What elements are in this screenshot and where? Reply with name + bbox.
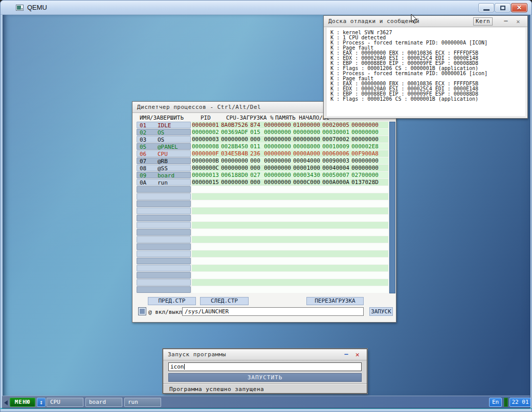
process-value: 00003430: [293, 172, 320, 178]
debug-close-button[interactable]: ✕: [514, 16, 522, 27]
process-row: 05@PANEL000000080028B4500110000000000008…: [132, 143, 397, 150]
process-row: [132, 236, 397, 243]
process-name-cell[interactable]: 08@SS: [137, 165, 191, 171]
empty-name-cell[interactable]: [137, 186, 191, 193]
process-row: [132, 215, 397, 222]
empty-name-cell[interactable]: [137, 279, 191, 286]
process-value: 236: [250, 150, 262, 157]
empty-data-cell: [192, 193, 388, 200]
process-name-cell[interactable]: 06CPU: [137, 150, 191, 157]
empty-name-cell[interactable]: [137, 265, 191, 271]
run-dialog-title: Запуск программы: [168, 351, 226, 358]
toggle-checkbox[interactable]: [139, 308, 146, 315]
process-value: 00000000: [293, 129, 320, 135]
next-page-button[interactable]: СЛЕД.СТР: [200, 297, 249, 305]
launch-button[interactable]: ЗАПУСК: [369, 307, 393, 316]
process-value: 00060006: [322, 150, 349, 157]
empty-name-cell[interactable]: [137, 215, 191, 221]
mouse-cursor: [411, 14, 418, 25]
empty-name-cell[interactable]: [137, 229, 191, 236]
process-row: [132, 258, 397, 265]
empty-name-cell[interactable]: [137, 286, 191, 293]
maximize-icon: [500, 6, 505, 10]
process-row: [132, 279, 397, 286]
process-row: 01IDLE000000018A0B7526874000000000100000…: [132, 122, 397, 129]
clock[interactable]: 22 01: [509, 398, 531, 407]
launch-program-button[interactable]: ЗАПУСТИТЬ: [168, 373, 362, 382]
debug-board-titlebar[interactable]: Доска отладки и сообщений Kern — ✕: [324, 16, 527, 27]
qemu-minimize-button[interactable]: [478, 3, 494, 12]
process-row: [132, 265, 397, 272]
process-value: 0000C000: [293, 179, 320, 186]
language-indicator[interactable]: En: [489, 398, 502, 407]
process-number: 08: [140, 166, 146, 171]
process-name-cell[interactable]: 0Arun: [137, 179, 191, 186]
empty-data-cell: [192, 250, 388, 257]
process-value: 00050007: [322, 172, 349, 178]
process-name-cell[interactable]: 09board: [137, 172, 191, 178]
empty-name-cell[interactable]: [137, 200, 191, 207]
log-line: K : Flags : 00001206 CS : 0000001B (appl…: [330, 97, 525, 102]
qemu-close-button[interactable]: ✕: [511, 3, 527, 12]
run-program-dialog: Запуск программы — ✕ icon ЗАПУСТИТЬ Прог…: [163, 349, 367, 394]
process-name-cell[interactable]: 05@PANEL: [137, 143, 191, 150]
process-row: 0Arun0000001500000000000000000000000C000…: [132, 179, 397, 186]
cpu-usage-bar[interactable]: [504, 398, 508, 407]
empty-name-cell[interactable]: [137, 222, 191, 228]
empty-name-cell[interactable]: [137, 208, 191, 214]
process-value: 8A0B7526: [221, 122, 248, 128]
empty-data-cell: [192, 222, 388, 228]
process-value: 0028B450: [221, 143, 248, 150]
header-pid: PID: [201, 115, 211, 121]
debug-log-area: K : kernel SVN r3627K : 1 CPU detectedK …: [326, 28, 525, 116]
qemu-window-title: QEMU: [27, 4, 47, 11]
empty-name-cell[interactable]: [137, 258, 191, 264]
qemu-titlebar[interactable]: QEMU ✕: [1, 1, 531, 15]
empty-name-cell[interactable]: [137, 272, 191, 279]
process-value: 000: [250, 157, 262, 164]
menu-button[interactable]: МЕНЮ: [10, 398, 35, 407]
header-name: ИМЯ/ЗАВЕРШИТЬ: [140, 115, 184, 121]
process-name-cell[interactable]: 03OS: [137, 136, 191, 143]
process-value: 00000000: [264, 136, 291, 143]
run-dialog-titlebar[interactable]: Запуск программы — ✕: [163, 349, 367, 360]
process-value: 000: [250, 179, 262, 186]
process-name: CPU: [158, 151, 168, 157]
launch-path-input[interactable]: /sys/LAUNCHER: [182, 307, 364, 316]
process-name-cell[interactable]: 01IDLE: [137, 122, 191, 128]
empty-name-cell[interactable]: [137, 236, 191, 243]
empty-name-cell[interactable]: [137, 243, 191, 250]
program-name-input[interactable]: icon: [168, 362, 362, 371]
taskbar-task-board[interactable]: board: [85, 398, 122, 407]
process-value: 00000000: [264, 165, 291, 171]
process-name: @RB: [158, 158, 168, 164]
process-table-scrollbar[interactable]: [389, 122, 395, 293]
panel-hide-arrow-icon[interactable]: [4, 400, 8, 405]
updown-arrow-button[interactable]: ↕: [37, 398, 46, 407]
taskbar-task-CPU[interactable]: CPU: [47, 398, 83, 407]
empty-data-cell: [192, 186, 388, 193]
process-value: 027: [250, 172, 262, 178]
process-name-cell[interactable]: 02OS: [137, 129, 191, 135]
prev-page-button[interactable]: ПРЕД.СТР: [148, 297, 196, 305]
process-number: 03: [140, 137, 146, 143]
debug-minimize-button[interactable]: —: [502, 16, 510, 27]
empty-name-cell[interactable]: [137, 250, 191, 257]
empty-data-cell: [192, 279, 388, 286]
kern-button[interactable]: Kern: [473, 17, 493, 26]
run-dialog-close-button[interactable]: ✕: [353, 349, 362, 360]
process-value: 00000000: [221, 165, 248, 171]
process-value: 00004000: [293, 157, 320, 164]
process-data-cell: 000000018A0B7526874000000000100000000020…: [192, 122, 388, 128]
header-cpu: CPU-ЗАГРУЗКА %: [226, 115, 274, 121]
reboot-button[interactable]: ПЕРЕЗАГРУЗКА: [306, 297, 364, 305]
taskbar-task-run[interactable]: run: [124, 398, 161, 407]
process-name-cell[interactable]: 07@RB: [137, 157, 191, 164]
process-value: 0137028D: [351, 179, 379, 186]
process-value: 0000000F: [192, 150, 219, 157]
qemu-maximize-button[interactable]: [495, 3, 511, 12]
run-dialog-minimize-button[interactable]: —: [342, 349, 350, 360]
process-value: 000A000A: [322, 179, 349, 186]
empty-name-cell[interactable]: [137, 193, 191, 200]
debug-board-title: Доска отладки и сообщений: [328, 18, 419, 25]
